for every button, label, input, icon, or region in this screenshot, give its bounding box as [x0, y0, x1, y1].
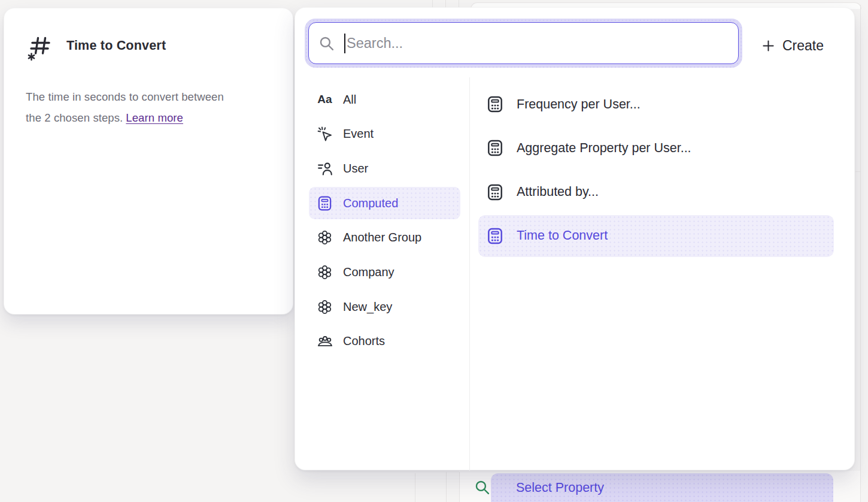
group-icon [317, 264, 333, 280]
hash-star-icon [26, 32, 53, 61]
sidebar-item-event[interactable]: Event [309, 118, 460, 150]
search-icon [318, 35, 335, 52]
result-item-label: Time to Convert [517, 228, 608, 243]
group-icon [317, 229, 333, 246]
search-icon-green [474, 479, 490, 495]
result-item-label: Aggregate Property per User... [517, 141, 691, 156]
search-focus-ring [305, 19, 742, 68]
background-card-edge [855, 171, 860, 172]
background-card-edge [860, 5, 861, 502]
create-button[interactable]: Create [757, 32, 828, 59]
calculator-icon [486, 183, 504, 201]
sidebar-item-new-key[interactable]: New_key [309, 291, 460, 323]
category-list: Aa All Event [309, 83, 460, 360]
calculator-icon [317, 195, 333, 211]
cursor-click-icon [317, 126, 333, 142]
result-item-label: Frequency per User... [517, 97, 641, 112]
text-caret [344, 34, 345, 53]
background-card-edge [415, 473, 415, 502]
sidebar-item-computed[interactable]: Computed [309, 187, 460, 219]
tooltip-description: The time in seconds to convert between t… [26, 86, 271, 128]
calculator-icon [486, 95, 504, 113]
description-line1: The time in seconds to convert between [26, 90, 224, 103]
result-item-time-to-convert[interactable]: Time to Convert [478, 215, 834, 257]
tooltip-title: Time to Convert [66, 38, 166, 53]
learn-more-link[interactable]: Learn more [126, 111, 183, 124]
create-label: Create [782, 38, 824, 54]
sidebar-item-cohorts[interactable]: Cohorts [309, 325, 460, 358]
category-results-divider [469, 77, 470, 471]
select-property-label: Select Property [516, 480, 604, 495]
description-line2: the 2 chosen steps. [26, 111, 123, 124]
result-item-aggregate-property-per-user[interactable]: Aggregate Property per User... [478, 127, 834, 169]
tooltip-card: Time to Convert The time in seconds to c… [4, 8, 293, 314]
sidebar-item-company[interactable]: Company [309, 256, 460, 288]
sidebar-item-label: New_key [343, 300, 392, 314]
select-property-chip[interactable]: Select Property [491, 473, 833, 502]
user-icon [317, 161, 333, 177]
result-item-label: Attributed by... [517, 185, 599, 199]
sidebar-item-label: Another Group [343, 231, 421, 244]
text-format-icon: Aa [317, 92, 333, 108]
plus-icon [762, 40, 775, 52]
results-list: Frequency per User... Aggregate Property… [478, 83, 834, 259]
calculator-icon [486, 139, 504, 157]
group-icon [317, 299, 333, 315]
background-card-edge [459, 472, 460, 502]
result-item-attributed-by[interactable]: Attributed by... [478, 171, 834, 213]
sidebar-item-label: Event [343, 127, 374, 141]
sidebar-item-label: User [343, 162, 368, 176]
search-box[interactable] [308, 22, 739, 64]
background-card-edge [446, 472, 447, 502]
property-picker-popup: Create Aa All Event [295, 7, 855, 470]
sidebar-item-label: Company [343, 265, 394, 279]
sidebar-item-all[interactable]: Aa All [309, 83, 460, 116]
sidebar-item-user[interactable]: User [309, 152, 460, 185]
result-item-frequency-per-user[interactable]: Frequency per User... [478, 83, 834, 125]
sidebar-item-label: Computed [343, 196, 398, 210]
search-input[interactable] [347, 35, 729, 52]
sidebar-item-label: Cohorts [343, 334, 385, 348]
sidebar-item-label: All [343, 93, 356, 107]
sidebar-item-another-group[interactable]: Another Group [309, 222, 460, 254]
calculator-icon [486, 227, 504, 245]
cohorts-icon [317, 333, 333, 349]
